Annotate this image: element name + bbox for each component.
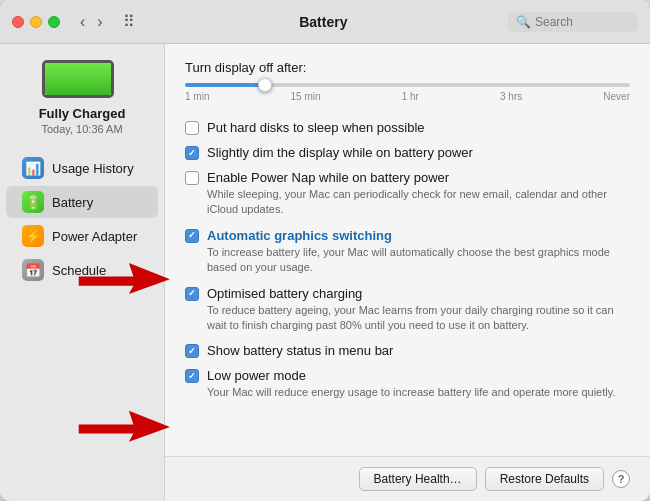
- search-box[interactable]: 🔍: [508, 12, 638, 32]
- sidebar-item-battery[interactable]: 🔋 Battery: [6, 186, 158, 218]
- battery-icon-container: [42, 60, 122, 98]
- titlebar: ‹ › ⠿ Battery 🔍: [0, 0, 650, 44]
- option-title-dim-display: Slightly dim the display while on batter…: [207, 145, 473, 160]
- slider-label: Turn display off after:: [185, 60, 630, 75]
- battery-fill: [45, 63, 111, 95]
- battery-body: [42, 60, 114, 98]
- option-text-menu-bar: Show battery status in menu bar: [207, 343, 630, 358]
- slider-thumb[interactable]: [258, 78, 272, 92]
- system-preferences-window: ‹ › ⠿ Battery 🔍 Fully Charged Today, 10:…: [0, 0, 650, 501]
- sidebar-item-schedule[interactable]: 📅 Schedule: [6, 254, 158, 286]
- option-desc-power-nap: While sleeping, your Mac can periodicall…: [207, 187, 630, 218]
- checkbox-hard-disks[interactable]: [185, 121, 199, 135]
- forward-button[interactable]: ›: [93, 12, 106, 32]
- option-desc-optimised-charging: To reduce battery ageing, your Mac learn…: [207, 303, 630, 334]
- option-title-low-power: Low power mode: [207, 368, 306, 383]
- option-power-nap: Enable Power Nap while on battery power …: [185, 168, 630, 220]
- help-button[interactable]: ?: [612, 470, 630, 488]
- tick-1min: 1 min: [185, 91, 209, 102]
- close-button[interactable]: [12, 16, 24, 28]
- battery-terminal: [113, 72, 114, 86]
- slider-ticks: 1 min 15 min 1 hr 3 hrs Never: [185, 91, 630, 102]
- option-title-power-nap: Enable Power Nap while on battery power: [207, 170, 449, 185]
- slider-section: Turn display off after: 1 min 15 min 1 h…: [185, 60, 630, 102]
- option-desc-auto-graphics: To increase battery life, your Mac will …: [207, 245, 630, 276]
- checkbox-menu-bar[interactable]: [185, 344, 199, 358]
- battery-health-button[interactable]: Battery Health…: [359, 467, 477, 491]
- battery-graphic: [42, 60, 122, 98]
- battery-status: Fully Charged: [39, 106, 126, 121]
- checkbox-optimised-charging[interactable]: [185, 287, 199, 301]
- nav-buttons: ‹ ›: [76, 12, 107, 32]
- main-content: Fully Charged Today, 10:36 AM 📊 Usage Hi…: [0, 44, 650, 501]
- checkbox-dim-display[interactable]: [185, 146, 199, 160]
- option-title-menu-bar: Show battery status in menu bar: [207, 343, 393, 358]
- search-icon: 🔍: [516, 15, 531, 29]
- option-text-optimised-charging: Optimised battery charging To reduce bat…: [207, 286, 630, 334]
- restore-defaults-button[interactable]: Restore Defaults: [485, 467, 604, 491]
- slider-fill: [185, 83, 265, 87]
- tick-3hrs: 3 hrs: [500, 91, 522, 102]
- option-text-dim-display: Slightly dim the display while on batter…: [207, 145, 630, 160]
- minimize-button[interactable]: [30, 16, 42, 28]
- option-title-optimised-charging: Optimised battery charging: [207, 286, 362, 301]
- option-menu-bar: Show battery status in menu bar: [185, 341, 630, 360]
- tick-never: Never: [603, 91, 630, 102]
- traffic-lights: [12, 16, 60, 28]
- slider-track[interactable]: [185, 83, 630, 87]
- schedule-icon: 📅: [22, 259, 44, 281]
- option-low-power: Low power mode Your Mac will reduce ener…: [185, 366, 630, 402]
- window-title: Battery: [147, 14, 500, 30]
- checkbox-power-nap[interactable]: [185, 171, 199, 185]
- tick-15min: 15 min: [291, 91, 321, 102]
- sidebar-label-battery: Battery: [52, 195, 93, 210]
- option-optimised-charging: Optimised battery charging To reduce bat…: [185, 284, 630, 336]
- option-auto-graphics: Automatic graphics switching To increase…: [185, 226, 630, 278]
- right-section: Turn display off after: 1 min 15 min 1 h…: [165, 44, 650, 501]
- right-panel: Turn display off after: 1 min 15 min 1 h…: [165, 44, 650, 456]
- tick-1hr: 1 hr: [402, 91, 419, 102]
- option-text-low-power: Low power mode Your Mac will reduce ener…: [207, 368, 630, 400]
- option-desc-low-power: Your Mac will reduce energy usage to inc…: [207, 385, 630, 400]
- sidebar: Fully Charged Today, 10:36 AM 📊 Usage Hi…: [0, 44, 165, 501]
- battery-nav-icon: 🔋: [22, 191, 44, 213]
- checkbox-low-power[interactable]: [185, 369, 199, 383]
- bottom-bar: Battery Health… Restore Defaults ?: [165, 456, 650, 501]
- option-text-hard-disks: Put hard disks to sleep when possible: [207, 120, 630, 135]
- back-button[interactable]: ‹: [76, 12, 89, 32]
- options-section: Put hard disks to sleep when possible Sl…: [185, 118, 630, 403]
- option-hard-disks: Put hard disks to sleep when possible: [185, 118, 630, 137]
- battery-time: Today, 10:36 AM: [41, 123, 122, 135]
- search-input[interactable]: [535, 15, 630, 29]
- maximize-button[interactable]: [48, 16, 60, 28]
- option-text-power-nap: Enable Power Nap while on battery power …: [207, 170, 630, 218]
- sidebar-label-usage-history: Usage History: [52, 161, 134, 176]
- sidebar-item-usage-history[interactable]: 📊 Usage History: [6, 152, 158, 184]
- sidebar-label-schedule: Schedule: [52, 263, 106, 278]
- option-title-hard-disks: Put hard disks to sleep when possible: [207, 120, 425, 135]
- checkbox-auto-graphics[interactable]: [185, 229, 199, 243]
- sidebar-label-power-adapter: Power Adapter: [52, 229, 137, 244]
- power-adapter-icon: ⚡: [22, 225, 44, 247]
- option-title-auto-graphics: Automatic graphics switching: [207, 228, 392, 243]
- grid-button[interactable]: ⠿: [119, 10, 139, 33]
- sidebar-item-power-adapter[interactable]: ⚡ Power Adapter: [6, 220, 158, 252]
- option-dim-display: Slightly dim the display while on batter…: [185, 143, 630, 162]
- option-text-auto-graphics: Automatic graphics switching To increase…: [207, 228, 630, 276]
- sidebar-nav: 📊 Usage History 🔋 Battery ⚡ Power Adapte…: [0, 151, 164, 287]
- usage-history-icon: 📊: [22, 157, 44, 179]
